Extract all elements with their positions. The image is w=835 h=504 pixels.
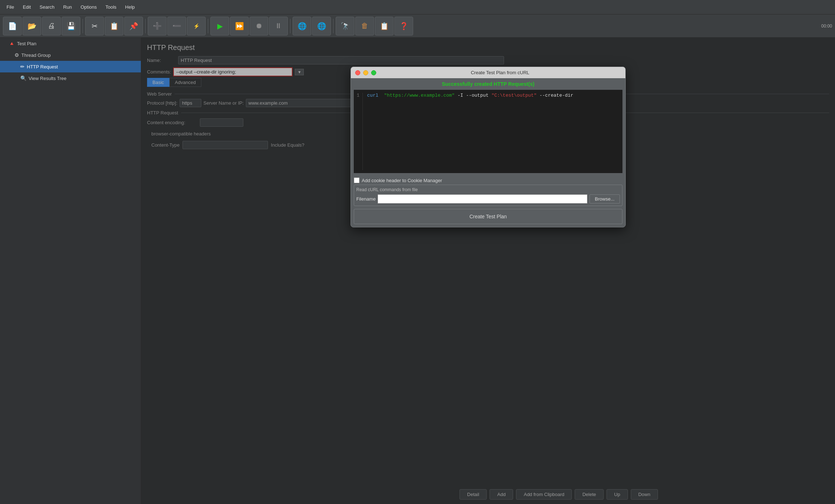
run-button[interactable]: ▶ [210,17,229,35]
open-button[interactable]: 📂 [22,17,41,35]
sidebar-item-test-plan[interactable]: 🔺 Test Plan [0,38,141,49]
http-request-icon: ✏ [20,64,25,70]
menu-edit[interactable]: Edit [19,3,34,11]
code-output-value: "C:\test\output" [491,93,537,98]
line-number-1: 1 [357,93,360,98]
toolbar: 📄 📂 🖨 💾 ✂ 📋 📌 ➕ ➖ ⚡ ▶ ⏩ ⏺ ⏸ 🌐 🌐 🔭 🗑 📋 ❓ … [0,14,835,38]
line-numbers: 1 [357,93,363,170]
code-curl-keyword: curl [367,93,378,98]
paste-button[interactable]: 📌 [124,17,143,35]
run-no-pause-button[interactable]: ⏩ [230,17,249,35]
sidebar-item-thread-group[interactable]: ⚙ Thread Group [0,49,141,61]
stop-button[interactable]: ⏺ [249,17,268,35]
sidebar-label-thread-group: Thread Group [21,52,51,58]
copy-button[interactable]: 📋 [105,17,123,35]
create-test-plan-button[interactable]: Create Test Plan [354,209,622,224]
filename-label: Filename [356,196,375,202]
cookie-row: Add cookie header to Cookie Manager [351,176,625,185]
modal-titlebar: Create Test Plan from cURL [351,67,625,78]
menu-run[interactable]: Run [60,3,76,11]
code-args: -I --output [458,93,489,98]
menu-options[interactable]: Options [77,3,100,11]
minimize-button[interactable] [363,70,368,75]
sep5 [333,19,333,33]
close-button[interactable] [355,70,360,75]
read-curl-label: Read cURL commands from file [356,187,620,192]
remote-stop-all-button[interactable]: 🌐 [312,17,331,35]
remove-button[interactable]: ➖ [167,17,186,35]
help-button[interactable]: ❓ [394,17,413,35]
shutdown-button[interactable]: ⏸ [269,17,288,35]
filename-row: Filename Browse... [356,194,620,203]
menu-tools[interactable]: Tools [102,3,120,11]
sep2 [145,19,146,33]
test-plan-icon: 🔺 [9,41,15,46]
code-url-string: "https://www.example.com" [384,93,455,98]
modal-overlay: Create Test Plan from cURL Successfully … [141,38,835,504]
print-button[interactable]: 🖨 [42,17,61,35]
sidebar-label-http-request: HTTP Request [27,64,58,70]
new-button[interactable]: 📄 [3,17,22,35]
sep4 [290,19,290,33]
content-area: HTTP Request Name: Comments: ▼ Basic Adv… [141,38,835,504]
log-viewer-button[interactable]: 📋 [375,17,394,35]
maximize-button[interactable] [371,70,376,75]
main-layout: 🔺 Test Plan ⚙ Thread Group ✏ HTTP Reques… [0,38,835,504]
filename-input[interactable] [378,194,587,203]
sep3 [208,19,208,33]
sidebar: 🔺 Test Plan ⚙ Thread Group ✏ HTTP Reques… [0,38,141,504]
menu-bar: File Edit Search Run Options Tools Help [0,0,835,14]
cut-button[interactable]: ✂ [85,17,104,35]
timer-display: 00:00 [821,24,832,29]
sidebar-label-test-plan: Test Plan [17,41,36,46]
modal-dialog: Create Test Plan from cURL Successfully … [351,67,626,227]
sidebar-label-view-results-tree: View Results Tree [29,76,67,81]
save-button[interactable]: 💾 [62,17,80,35]
menu-search[interactable]: Search [36,3,58,11]
code-create-dir: --create-dir [537,93,573,98]
sep1 [83,19,83,33]
modal-success-message: Successfully created HTTP Request(s) [351,78,625,90]
menu-file[interactable]: File [3,3,18,11]
modal-title: Create Test Plan from cURL [379,70,621,75]
add-button[interactable]: ➕ [148,17,167,35]
thread-group-icon: ⚙ [14,52,19,58]
code-content[interactable]: curl "https://www.example.com" -I --outp… [367,93,620,170]
cookie-label: Add cookie header to Cookie Manager [362,178,442,183]
search-toolbar-button[interactable]: 🔭 [336,17,354,35]
cookie-checkbox[interactable] [354,177,360,183]
menu-help[interactable]: Help [122,3,139,11]
sidebar-item-view-results-tree[interactable]: 🔍 View Results Tree [0,72,141,84]
sidebar-item-http-request[interactable]: ✏ HTTP Request [0,61,141,72]
clear-button[interactable]: ⚡ [187,17,206,35]
clear-all-button[interactable]: 🗑 [355,17,374,35]
remote-start-all-button[interactable]: 🌐 [293,17,311,35]
read-curl-section: Read cURL commands from file Filename Br… [354,185,622,206]
code-editor[interactable]: 1 curl "https://www.example.com" -I --ou… [354,90,622,173]
view-results-tree-icon: 🔍 [20,75,26,81]
browse-button[interactable]: Browse... [589,194,620,203]
